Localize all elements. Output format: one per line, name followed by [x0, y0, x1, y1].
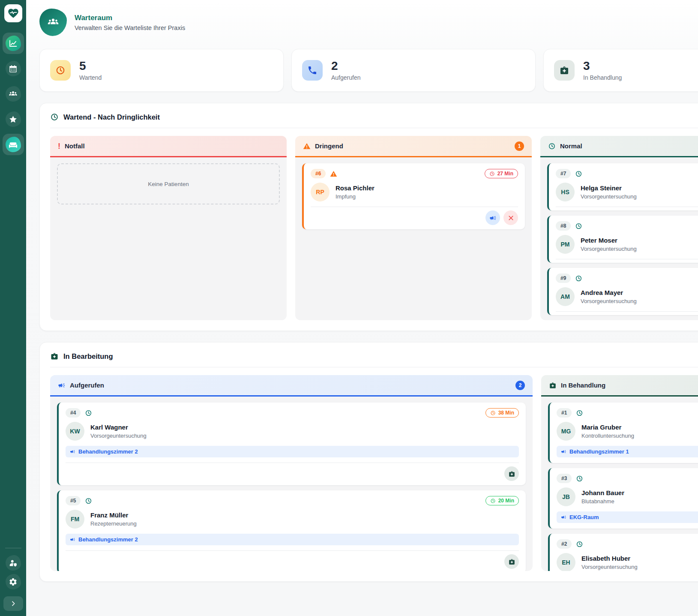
avatar: JB — [557, 487, 575, 506]
waiting-section: Wartend - Nach Dringlichkeit ! Notfall K… — [39, 103, 698, 331]
column-aufgerufen-header: Aufgerufen 2 — [50, 375, 533, 397]
avatar: MG — [557, 422, 575, 441]
column-in-behandlung: In Behandlung #1 MG Maria Gruber — [541, 375, 698, 571]
visit-reason: Vorsorgeuntersuchung — [581, 246, 637, 252]
sidebar — [0, 0, 26, 616]
clock-icon — [575, 170, 582, 177]
patient-card[interactable]: #9 AM Andrea Mayer Vorsorgeuntersuchung — [547, 268, 698, 315]
column-notfall-body: Keine Patienten — [50, 157, 287, 320]
stat-icon-tile — [50, 60, 71, 81]
user-badge-icon — [9, 559, 18, 568]
clock-icon — [489, 171, 495, 177]
patient-card[interactable]: #5 20 Min FM Franz Müller — [57, 490, 526, 571]
start-treatment-button[interactable] — [504, 466, 519, 481]
patient-name: Maria Gruber — [581, 424, 634, 431]
app-logo — [4, 4, 22, 22]
patient-card[interactable]: #4 38 Min KW Karl Wagner — [57, 403, 526, 485]
sidebar-divider — [5, 548, 21, 548]
megaphone-icon — [70, 537, 75, 542]
visit-reason: Rezepterneuerung — [90, 520, 137, 527]
patient-name: Johann Bauer — [581, 489, 624, 496]
card-divider — [556, 311, 698, 312]
call-patient-button[interactable] — [485, 210, 500, 225]
page-subtitle: Verwalten Sie die Warteliste Ihrer Praxi… — [75, 24, 185, 31]
warning-icon — [330, 170, 337, 177]
exclamation-icon: ! — [58, 142, 60, 150]
stats-row: 5 Wartend 2 Aufgerufen 3 In — [39, 49, 698, 92]
main-content: Warteraum Verwalten Sie die Warteliste I… — [26, 0, 698, 616]
room-assignment-chip: Behandlungszimmer 2 — [66, 534, 519, 545]
sidebar-item-waiting-room[interactable] — [3, 134, 24, 155]
wait-time-text: 38 Min — [498, 410, 514, 416]
megaphone-icon — [561, 514, 566, 520]
card-divider — [66, 463, 519, 463]
clock-icon — [575, 275, 582, 282]
column-aufgerufen: Aufgerufen 2 #4 38 Min — [50, 375, 533, 571]
waiting-group-icon — [47, 16, 59, 28]
visit-reason: Vorsorgeuntersuchung — [581, 193, 637, 200]
medical-bag-icon — [549, 382, 557, 389]
clock-icon — [576, 475, 583, 482]
clock-icon — [490, 410, 496, 416]
patient-card[interactable]: #1 MG Maria Gruber Kontrolluntersuchung — [548, 403, 698, 463]
favorites-icon — [9, 115, 18, 124]
wait-time-badge: 20 Min — [485, 496, 519, 505]
patient-name: Franz Müller — [90, 511, 137, 519]
patient-card[interactable]: #2 EH Elisabeth Huber Vorsorgeuntersuchu… — [548, 534, 698, 571]
card-divider — [311, 207, 518, 207]
patient-name: Elisabeth Huber — [581, 555, 638, 562]
stat-value: 5 — [79, 60, 102, 72]
queue-number-badge: #6 — [311, 169, 326, 178]
analytics-icon — [9, 39, 18, 48]
patient-name: Rosa Pichler — [336, 184, 374, 192]
sidebar-item-favorites[interactable] — [3, 108, 24, 130]
stat-value: 2 — [331, 60, 361, 72]
stat-card-called: 2 Aufgerufen — [291, 49, 536, 92]
card-divider — [556, 259, 698, 259]
page-header: Warteraum Verwalten Sie die Warteliste I… — [39, 7, 698, 38]
clock-icon — [576, 409, 583, 417]
section-title-text: Wartend - Nach Dringlichkeit — [63, 113, 160, 121]
sidebar-item-patients[interactable] — [3, 83, 24, 105]
stat-label: Wartend — [79, 74, 102, 81]
stat-icon-tile — [554, 60, 575, 81]
processing-section-title: In Bearbeitung — [50, 352, 698, 367]
clock-icon — [55, 65, 66, 75]
sidebar-item-settings[interactable] — [4, 572, 23, 591]
patient-card[interactable]: #8 PM Peter Moser Vorsorgeuntersuchung — [547, 216, 698, 263]
start-treatment-button[interactable] — [504, 554, 519, 569]
patient-name: Helga Steiner — [581, 184, 637, 192]
patients-icon — [9, 90, 18, 99]
remove-patient-button[interactable] — [503, 210, 518, 225]
visit-reason: Vorsorgeuntersuchung — [90, 433, 147, 439]
patient-card[interactable]: #3 JB Johann Bauer Blutabnahme — [548, 468, 698, 529]
visit-reason: Impfung — [336, 193, 374, 200]
sidebar-item-calendar[interactable] — [3, 58, 24, 79]
page-header-icon — [39, 9, 67, 36]
wait-time-text: 27 Min — [497, 171, 513, 177]
queue-number-badge: #5 — [66, 496, 81, 505]
empty-dropzone: Keine Patienten — [57, 163, 280, 204]
patient-card[interactable]: #7 HS Helga Steiner Vorsorgeuntersuchung — [547, 163, 698, 210]
patient-card[interactable]: #6 27 Min RP Rosa Pichler — [302, 163, 525, 229]
medical-bag-icon — [559, 65, 569, 75]
visit-reason: Vorsorgeuntersuchung — [581, 564, 638, 570]
processing-columns: Aufgerufen 2 #4 38 Min — [50, 375, 698, 571]
column-label: Normal — [560, 142, 582, 150]
visit-reason: Blutabnahme — [581, 498, 624, 505]
card-divider — [556, 207, 698, 207]
clock-icon — [85, 497, 92, 505]
sidebar-item-account[interactable] — [4, 553, 23, 572]
stat-card-treatment: 3 In Behandlung — [543, 49, 698, 92]
sidebar-expand-button[interactable] — [3, 596, 23, 611]
patient-name: Peter Moser — [581, 237, 637, 244]
urgency-columns: ! Notfall Keine Patienten Dringend 1 — [50, 136, 698, 320]
sidebar-item-analytics[interactable] — [3, 33, 24, 54]
close-icon — [507, 214, 515, 222]
count-badge: 1 — [515, 141, 524, 151]
room-assignment-chip: EKG-Raum — [557, 511, 698, 523]
sidebar-bottom — [3, 544, 23, 611]
heart-pulse-icon — [7, 7, 19, 19]
clock-icon — [85, 409, 92, 417]
column-normal-body: #7 HS Helga Steiner Vorsorgeuntersuchung — [540, 157, 698, 320]
